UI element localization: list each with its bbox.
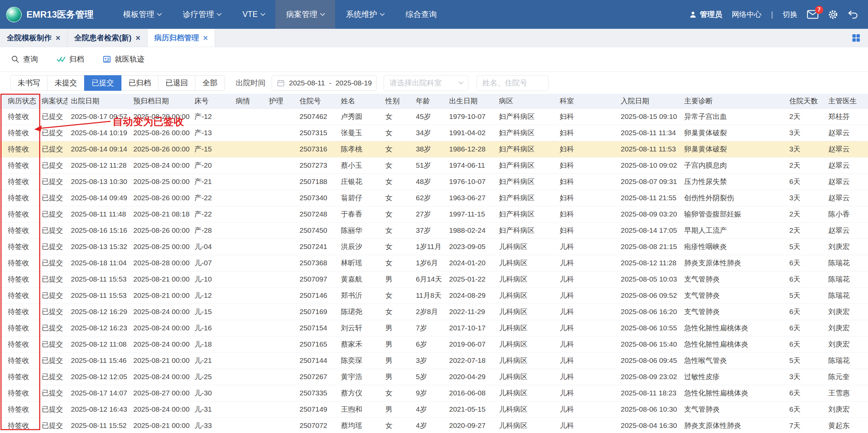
- table-row[interactable]: 待签收已提交2025-08-12 16:432025-08-24 00:00儿-…: [0, 401, 868, 417]
- table-cell: 2025-08-12 11:08: [67, 336, 130, 352]
- hospital-template-tab[interactable]: 全院模板制作×: [0, 29, 67, 47]
- table-row[interactable]: 待签收已提交2025-08-14 09:142025-08-26 00:00产-…: [0, 141, 868, 157]
- network-center-link[interactable]: 网络中心: [732, 9, 761, 20]
- table-row[interactable]: 待签收已提交2025-08-11 15:462025-08-21 00:00儿-…: [0, 352, 868, 369]
- records-table: 病历状态病案状态出院日期预归档日期床号病情护理住院号姓名性别年龄出生日期病区科室…: [0, 94, 868, 433]
- nav-item-medical-records[interactable]: 病案管理: [275, 0, 335, 29]
- table-cell: 2025-08-17 14:07: [67, 385, 130, 401]
- date-range-picker[interactable]: 2025-08-11 - 2025-08-19: [272, 75, 377, 91]
- table-cell: 待签收: [0, 108, 38, 125]
- table-cell: 已提交: [38, 222, 67, 239]
- table-cell: 妇产科病区: [496, 173, 556, 190]
- app-title: EMR13医务管理: [26, 8, 94, 21]
- settings-button[interactable]: [828, 9, 838, 20]
- close-icon[interactable]: ×: [136, 34, 140, 42]
- status-filter-not-submitted[interactable]: 未提交: [47, 75, 84, 91]
- calendar-icon: [277, 79, 285, 87]
- table-cell: 2025-08-24 00:00: [130, 336, 191, 352]
- table-cell: 待签收: [0, 190, 38, 206]
- table-cell: 2507097: [296, 271, 337, 287]
- table-cell: [232, 141, 266, 157]
- table-cell: 已提交: [38, 157, 67, 173]
- close-icon[interactable]: ×: [56, 34, 60, 42]
- table-cell: 6天: [786, 336, 825, 352]
- table-cell: 2025-08-14 09:14: [67, 141, 130, 157]
- archive-management-tab[interactable]: 病历归档管理×: [148, 29, 215, 47]
- table-cell: 女: [382, 125, 412, 141]
- table-cell: 儿科病区: [496, 417, 556, 433]
- table-cell: 于春香: [337, 206, 382, 222]
- table-cell: 妇产科病区: [496, 141, 556, 157]
- query-button[interactable]: 查询: [11, 54, 38, 64]
- table-cell: 5岁: [412, 369, 446, 385]
- archive-button[interactable]: 归档: [56, 54, 84, 64]
- app-logo-icon: [6, 7, 22, 22]
- table-row[interactable]: 待签收已提交2025-08-17 09:572025-08-29 00:00产-…: [0, 108, 868, 125]
- table-cell: 2025-08-06 15:40: [617, 336, 681, 352]
- table-cell: 6天: [786, 173, 825, 190]
- back-button[interactable]: [848, 10, 858, 19]
- table-cell: 2016-06-08: [446, 385, 496, 401]
- table-cell: 林昕瑶: [337, 255, 382, 271]
- table-row[interactable]: 待签收已提交2025-08-12 11:282025-08-24 00:00产-…: [0, 157, 868, 173]
- table-cell: 儿-21: [191, 352, 232, 369]
- table-cell: [266, 320, 296, 336]
- table-cell: 5天: [786, 239, 825, 255]
- table-cell: 急性化脓性扁桃体炎: [681, 320, 786, 336]
- column-header: 预归档日期: [130, 94, 191, 108]
- table-row[interactable]: 待签收已提交2025-08-12 16:292025-08-24 00:00儿-…: [0, 304, 868, 320]
- table-cell: 2025-08-06 16:20: [617, 304, 681, 320]
- messages-button[interactable]: 7: [807, 10, 818, 19]
- table-row[interactable]: 待签收已提交2025-08-14 09:492025-08-26 00:00产-…: [0, 190, 868, 206]
- patient-search-tab[interactable]: 全院患者检索(新)×: [67, 29, 148, 47]
- table-cell: 2025-08-06 09:52: [617, 287, 681, 304]
- name-search-input[interactable]: [477, 75, 548, 91]
- column-header: 主管医生: [825, 94, 868, 108]
- status-filter-archived[interactable]: 已归档: [121, 75, 158, 91]
- table-row[interactable]: 待签收已提交2025-08-16 15:162025-08-26 00:00产-…: [0, 222, 868, 239]
- nav-item-template-management[interactable]: 模板管理: [112, 0, 172, 29]
- table-row[interactable]: 待签收已提交2025-08-14 10:192025-08-26 00:00产-…: [0, 125, 868, 141]
- table-row[interactable]: 待签收已提交2025-08-11 15:522025-08-21 00:00儿-…: [0, 417, 868, 433]
- table-row[interactable]: 待签收已提交2025-08-12 12:052025-08-24 00:00儿-…: [0, 369, 868, 385]
- table-cell: 4岁: [412, 401, 446, 417]
- table-row[interactable]: 待签收已提交2025-08-17 14:072025-08-27 00:00儿-…: [0, 385, 868, 401]
- table-cell: [266, 287, 296, 304]
- nav-item-comprehensive-query[interactable]: 综合查询: [395, 0, 448, 29]
- table-cell: 2025-08-10 09:02: [617, 157, 681, 173]
- status-filter-returned[interactable]: 已退回: [158, 75, 195, 91]
- table-row[interactable]: 待签收已提交2025-08-11 15:532025-08-21 00:00儿-…: [0, 287, 868, 304]
- tabs: 全院模板制作×全院患者检索(新)×病历归档管理×: [0, 29, 215, 47]
- table-cell: 2507248: [296, 206, 337, 222]
- status-filter-all[interactable]: 全部: [195, 75, 225, 91]
- department-select[interactable]: 请选择出院科室: [384, 75, 468, 91]
- table-cell: 6天: [786, 271, 825, 287]
- table-row[interactable]: 待签收已提交2025-08-12 11:082025-08-24 00:00儿-…: [0, 336, 868, 352]
- layout-grid-button[interactable]: [844, 29, 868, 47]
- status-filter-not-written[interactable]: 未书写: [10, 75, 47, 91]
- table-row[interactable]: 待签收已提交2025-08-13 10:302025-08-25 00:00产-…: [0, 173, 868, 190]
- nav-item-system-maintenance[interactable]: 系统维护: [335, 0, 395, 29]
- table-cell: 郑桂芬: [825, 108, 868, 125]
- table-cell: 2025-08-07 09:31: [617, 173, 681, 190]
- table-row[interactable]: 待签收已提交2025-08-13 15:322025-08-25 00:00儿-…: [0, 239, 868, 255]
- status-filter-submitted[interactable]: 已提交: [84, 75, 121, 91]
- table-row[interactable]: 待签收已提交2025-08-18 11:042025-08-28 00:00儿-…: [0, 255, 868, 271]
- table-cell: 2025-08-05 10:03: [617, 271, 681, 287]
- table-row[interactable]: 待签收已提交2025-08-11 11:482025-08-21 08:18产-…: [0, 206, 868, 222]
- table-cell: 陈小香: [825, 206, 868, 222]
- nav-item-vte[interactable]: VTE: [232, 0, 275, 29]
- close-icon[interactable]: ×: [203, 34, 208, 42]
- trajectory-button[interactable]: 就医轨迹: [102, 54, 144, 64]
- table-row[interactable]: 待签收已提交2025-08-12 16:232025-08-24 00:00儿-…: [0, 320, 868, 336]
- table-cell: 女: [382, 108, 412, 125]
- table-row[interactable]: 待签收已提交2025-08-11 15:532025-08-21 00:00儿-…: [0, 271, 868, 287]
- switch-link[interactable]: 切换: [783, 9, 797, 20]
- user-menu[interactable]: 管理员: [689, 9, 722, 20]
- table-cell: 陈瑞花: [825, 352, 868, 369]
- table-cell: 已提交: [38, 417, 67, 433]
- nav-item-clinical-management[interactable]: 诊疗管理: [172, 0, 232, 29]
- table-cell: 2025-08-11 15:46: [67, 352, 130, 369]
- table-cell: 儿-15: [191, 304, 232, 320]
- table-cell: 2025-08-08 21:15: [617, 239, 681, 255]
